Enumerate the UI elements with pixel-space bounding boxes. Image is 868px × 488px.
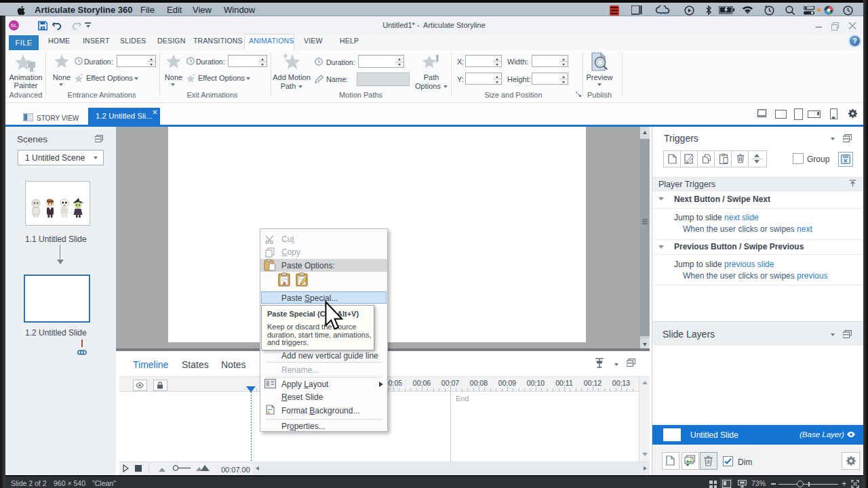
svg-text:a: a <box>283 279 286 286</box>
